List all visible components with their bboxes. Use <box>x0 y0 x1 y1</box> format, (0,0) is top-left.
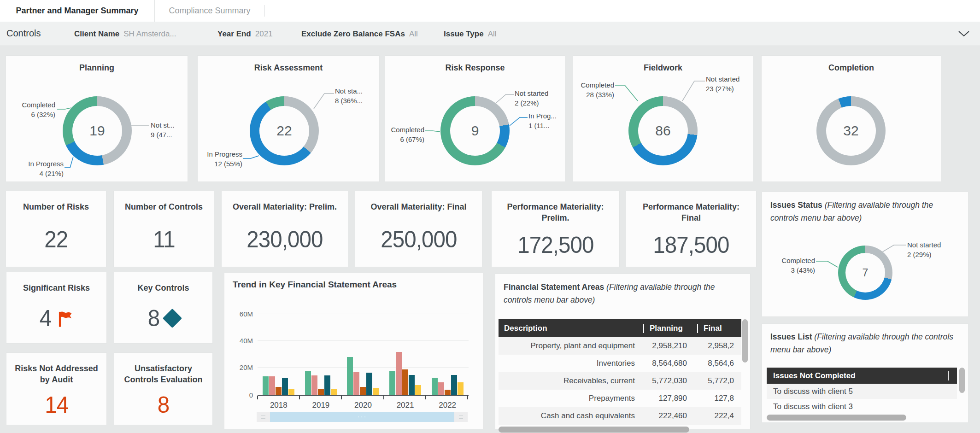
controls-section-label: Controls <box>6 28 41 39</box>
bar-series-teal-2018[interactable] <box>282 378 288 395</box>
vertical-scrollbar[interactable] <box>959 368 965 393</box>
callout-not-started: Not sta... 8 (36%... <box>335 86 377 105</box>
horizontal-scrollbar[interactable] <box>767 415 906 421</box>
axis-tick <box>383 396 384 399</box>
y-axis-label: 20M <box>231 363 253 371</box>
callout-in-progress: In Progress 12 (55%) <box>202 149 242 169</box>
slider-left-handle[interactable] <box>257 412 270 422</box>
table-row[interactable]: To discuss with client 5 <box>767 384 957 399</box>
table-row[interactable]: Property, plant and equipment2,958,2102,… <box>499 337 741 355</box>
bar-series-teal-2022[interactable] <box>451 375 457 395</box>
bar-series-yellow-2019[interactable] <box>331 389 337 395</box>
filter-client-name[interactable]: Client Name SH Amsterda... <box>74 29 176 39</box>
planning-donut-chart[interactable]: 19 <box>63 96 132 165</box>
risk-response-donut-chart[interactable]: 9 <box>440 96 510 165</box>
bar-series-green-2022[interactable] <box>432 378 438 395</box>
filter-issue-type[interactable]: Issue Type All <box>444 29 497 39</box>
callout-in-progress: In Prog... 1 (11... <box>528 111 565 130</box>
table-row[interactable]: Inventories8,564,6808,564,6 <box>499 355 741 372</box>
bar-series-teal-2019[interactable] <box>324 375 330 395</box>
slider-right-handle[interactable] <box>454 412 468 422</box>
callout-value: 8 (36%... <box>335 96 377 105</box>
kpi-title: Significant Risks <box>15 282 98 293</box>
fieldwork-donut-chart[interactable]: 86 <box>628 96 698 165</box>
y-axis-label: 40M <box>231 337 253 345</box>
bar-series-pink-2018[interactable] <box>269 376 275 395</box>
bar-series-yellow-2020[interactable] <box>373 388 379 395</box>
tab-compliance-summary[interactable]: Compliance Summary <box>155 0 264 22</box>
callout-not-started: Not started 23 (27%) <box>706 74 752 94</box>
bar-series-green-2018[interactable] <box>263 376 269 395</box>
card-title: Completion <box>762 63 941 73</box>
horizontal-scrollbar[interactable] <box>499 427 689 433</box>
slider-track[interactable]: ··· <box>270 412 454 422</box>
bar-series-orange-2019[interactable] <box>318 389 324 395</box>
column-header-issues-not-completed[interactable]: Issues Not Completed <box>767 371 949 380</box>
completion-donut-chart[interactable]: 32 <box>816 96 886 165</box>
trend-chart-card: Trend in Key Financial Statement Areas 6… <box>224 273 484 429</box>
bar-series-green-2020[interactable] <box>347 357 353 395</box>
card-title: Risk Assessment <box>198 63 379 73</box>
bar-series-pink-2019[interactable] <box>311 375 317 395</box>
callout-label: Completed <box>774 256 815 265</box>
fsa-table-body: Property, plant and equipment2,958,2102,… <box>499 337 741 425</box>
risk-assessment-donut-chart[interactable]: 22 <box>250 96 319 165</box>
kpi-title: Number of Controls <box>117 201 211 212</box>
y-axis-label: 0 <box>231 391 253 399</box>
kpi-value: 14 <box>45 392 68 418</box>
table-cell: Property, plant and equipment <box>499 341 642 351</box>
table-cell: 222,4 <box>694 411 741 421</box>
overall-materiality-final-card: Overall Materiality: Final 250,000 <box>355 191 482 267</box>
number-of-risks-card: Number of Risks 22 <box>6 191 106 267</box>
bar-series-pink-2021[interactable] <box>396 352 402 395</box>
kpi-value: 187,500 <box>653 232 729 258</box>
table-row[interactable]: Cash and cash equivalents222,460222,4 <box>499 407 741 425</box>
table-row[interactable]: Receivables, current5,772,0305,772,0 <box>499 372 741 390</box>
bar-series-yellow-2022[interactable] <box>458 382 464 395</box>
filter-year-end[interactable]: Year End 2021 <box>217 29 273 39</box>
callout-value: 9 (47... <box>151 130 188 140</box>
bar-group-2018 <box>258 273 300 395</box>
table-cell: 2,958,2 <box>694 341 741 351</box>
completion-card: Completion 32 <box>761 55 941 182</box>
table-row[interactable]: To discuss with client 3 <box>767 399 957 414</box>
column-header-planning[interactable]: Planning <box>644 324 698 333</box>
bar-series-orange-2020[interactable] <box>360 387 366 395</box>
issues-status-donut-chart[interactable]: 7 <box>838 246 892 300</box>
bar-group-2021 <box>384 273 427 395</box>
bar-series-green-2021[interactable] <box>389 371 395 395</box>
bar-series-teal-2021[interactable] <box>409 375 415 395</box>
axis-tick <box>341 396 342 399</box>
bar-series-orange-2021[interactable] <box>402 369 408 395</box>
callout-label: Not started <box>907 240 958 250</box>
bar-series-green-2019[interactable] <box>305 371 311 395</box>
callout-value: 1 (11... <box>528 121 565 130</box>
title-bold: Issues Status <box>770 200 822 210</box>
dashboard-screen: Partner and Manager Summary Compliance S… <box>0 0 980 433</box>
filter-exclude-zero-balance-fsas[interactable]: Exclude Zero Balance FSAs All <box>301 29 418 39</box>
callout-value: 28 (33%) <box>577 90 614 99</box>
table-cell: 2,958,210 <box>642 341 694 351</box>
donut-total: 86 <box>628 96 698 165</box>
bar-series-pink-2022[interactable] <box>438 382 444 395</box>
column-header-description[interactable]: Description <box>499 324 644 333</box>
column-header-final[interactable]: Final <box>698 324 741 333</box>
kpi-title: Performance Materiality: Prelim. <box>492 201 619 224</box>
axis-tick <box>425 396 426 399</box>
kpi-value: 22 <box>44 226 68 253</box>
bar-series-teal-2020[interactable] <box>366 373 372 395</box>
bar-series-orange-2018[interactable] <box>276 387 282 395</box>
fsa-table: Description Planning Final Property, pla… <box>499 319 741 425</box>
kpi-title: Overall Materiality: Prelim. <box>224 201 345 212</box>
callout-value: 4 (21%) <box>20 169 64 178</box>
bar-series-yellow-2018[interactable] <box>288 389 294 395</box>
chevron-down-icon[interactable] <box>958 30 970 37</box>
bar-series-pink-2020[interactable] <box>353 372 359 395</box>
diamond-icon <box>163 309 182 328</box>
bar-series-yellow-2021[interactable] <box>415 385 421 395</box>
table-row[interactable]: Prepayments127,890127,8 <box>499 390 741 407</box>
vertical-scrollbar[interactable] <box>742 319 748 363</box>
callout-label: Not sta... <box>335 86 377 96</box>
table-cell: 8,564,6 <box>694 359 741 368</box>
tab-partner-and-manager-summary[interactable]: Partner and Manager Summary <box>0 0 155 22</box>
